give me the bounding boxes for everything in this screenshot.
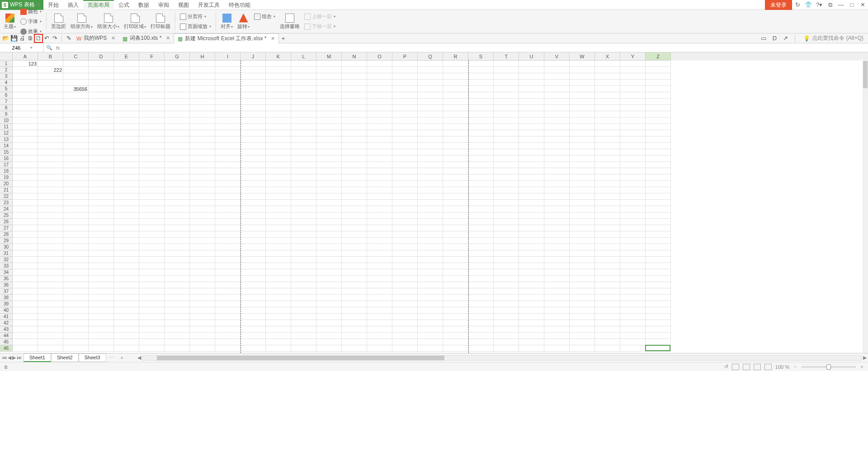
scroll-right-icon[interactable]: ▶ [862, 355, 868, 361]
cell[interactable] [291, 269, 316, 276]
cell[interactable] [89, 326, 114, 333]
row-header[interactable]: 19 [0, 174, 13, 181]
cell[interactable] [544, 130, 570, 136]
view-read-icon[interactable] [764, 364, 772, 370]
cell[interactable] [443, 345, 468, 352]
cell[interactable] [620, 345, 646, 352]
cell[interactable] [620, 257, 646, 263]
cell[interactable] [114, 263, 139, 269]
cell[interactable] [595, 225, 620, 231]
cell[interactable] [494, 193, 519, 200]
cell[interactable] [89, 314, 114, 320]
cell[interactable] [63, 67, 89, 73]
cell[interactable] [544, 111, 570, 118]
cell[interactable] [392, 282, 418, 288]
cell[interactable] [190, 257, 215, 263]
cell[interactable] [595, 326, 620, 333]
cell[interactable] [215, 288, 241, 295]
cell[interactable] [63, 269, 89, 276]
cell[interactable] [165, 282, 190, 288]
cell[interactable] [266, 301, 291, 307]
row-header[interactable]: 13 [0, 136, 13, 143]
cell[interactable] [266, 61, 291, 67]
cell[interactable] [392, 105, 418, 111]
cell[interactable] [367, 314, 392, 320]
cell[interactable] [13, 118, 38, 124]
cell[interactable] [291, 124, 316, 130]
cell[interactable] [392, 143, 418, 149]
cell[interactable] [342, 231, 367, 238]
cell[interactable] [468, 105, 494, 111]
cell[interactable] [570, 149, 595, 155]
cell[interactable] [392, 174, 418, 181]
cell[interactable] [89, 143, 114, 149]
cell[interactable] [89, 86, 114, 92]
cell[interactable] [342, 130, 367, 136]
cell[interactable] [114, 193, 139, 200]
cell[interactable] [139, 333, 165, 339]
cell[interactable] [241, 345, 266, 352]
cell[interactable] [570, 269, 595, 276]
cell[interactable] [544, 86, 570, 92]
column-header[interactable]: B [38, 52, 63, 61]
cell[interactable] [291, 105, 316, 111]
cell[interactable] [620, 86, 646, 92]
cell[interactable] [241, 155, 266, 162]
cell[interactable] [392, 130, 418, 136]
cell[interactable] [595, 162, 620, 168]
cell[interactable] [215, 345, 241, 352]
cell[interactable] [266, 118, 291, 124]
cell[interactable] [620, 225, 646, 231]
cell[interactable] [367, 244, 392, 250]
cell[interactable] [494, 333, 519, 339]
cell[interactable] [367, 301, 392, 307]
cell[interactable] [570, 225, 595, 231]
cell[interactable] [13, 314, 38, 320]
cell[interactable] [139, 288, 165, 295]
cell[interactable] [114, 282, 139, 288]
cell[interactable] [418, 143, 443, 149]
cell[interactable] [215, 193, 241, 200]
cell[interactable] [418, 288, 443, 295]
cell[interactable] [544, 257, 570, 263]
cell[interactable] [595, 257, 620, 263]
cell[interactable] [367, 181, 392, 187]
cell[interactable] [595, 168, 620, 174]
cell[interactable] [519, 263, 544, 269]
cell[interactable] [392, 200, 418, 206]
cell[interactable] [418, 86, 443, 92]
cell[interactable] [494, 250, 519, 257]
cell[interactable] [519, 244, 544, 250]
cell[interactable] [620, 149, 646, 155]
cell[interactable] [63, 155, 89, 162]
cell[interactable] [114, 339, 139, 345]
cell[interactable] [215, 99, 241, 105]
cell[interactable] [342, 80, 367, 86]
cell[interactable] [544, 193, 570, 200]
cell[interactable] [316, 339, 342, 345]
cell[interactable] [139, 105, 165, 111]
cell[interactable] [139, 86, 165, 92]
cell[interactable] [342, 314, 367, 320]
column-header[interactable]: N [342, 52, 367, 61]
cell[interactable] [468, 225, 494, 231]
cell[interactable] [241, 250, 266, 257]
cell[interactable] [114, 99, 139, 105]
cell[interactable] [443, 219, 468, 225]
cell[interactable] [494, 257, 519, 263]
cell[interactable] [165, 168, 190, 174]
cell[interactable] [468, 339, 494, 345]
window-float-icon[interactable]: ⧉ [825, 0, 835, 10]
cell[interactable] [443, 314, 468, 320]
cell[interactable] [468, 295, 494, 301]
cell[interactable] [367, 73, 392, 80]
cell[interactable] [241, 225, 266, 231]
cell[interactable] [494, 269, 519, 276]
scroll-left-icon[interactable]: ◀ [136, 355, 142, 361]
cell[interactable] [468, 307, 494, 314]
cell[interactable] [89, 231, 114, 238]
cell[interactable] [595, 269, 620, 276]
cell[interactable] [570, 105, 595, 111]
cell[interactable] [468, 130, 494, 136]
cell[interactable] [139, 295, 165, 301]
